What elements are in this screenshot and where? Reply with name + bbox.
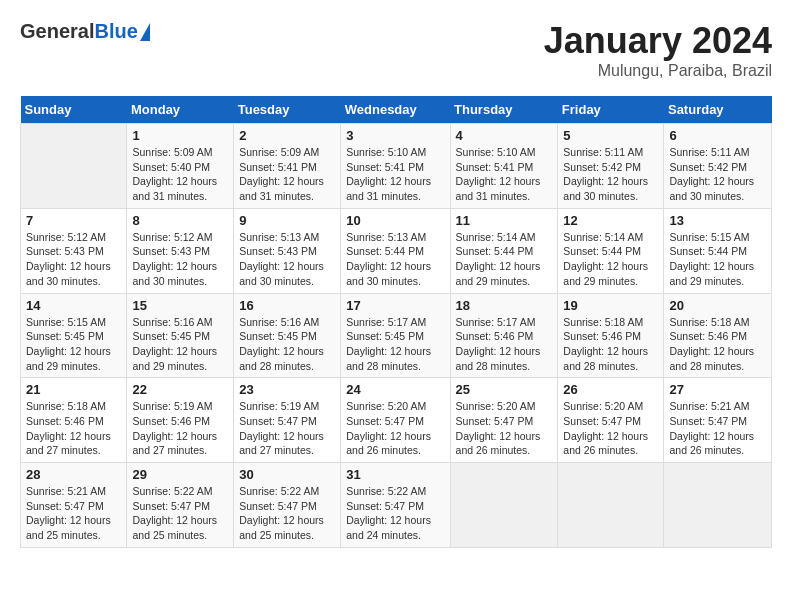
day-number: 11 xyxy=(456,213,553,228)
calendar-cell: 30Sunrise: 5:22 AMSunset: 5:47 PMDayligh… xyxy=(234,463,341,548)
calendar-cell: 21Sunrise: 5:18 AMSunset: 5:46 PMDayligh… xyxy=(21,378,127,463)
day-info: Sunrise: 5:12 AMSunset: 5:43 PMDaylight:… xyxy=(132,230,228,289)
day-info: Sunrise: 5:22 AMSunset: 5:47 PMDaylight:… xyxy=(239,484,335,543)
day-number: 9 xyxy=(239,213,335,228)
header-cell-thursday: Thursday xyxy=(450,96,558,124)
day-number: 22 xyxy=(132,382,228,397)
header-cell-wednesday: Wednesday xyxy=(341,96,450,124)
calendar-cell: 27Sunrise: 5:21 AMSunset: 5:47 PMDayligh… xyxy=(664,378,772,463)
day-info: Sunrise: 5:14 AMSunset: 5:44 PMDaylight:… xyxy=(563,230,658,289)
day-info: Sunrise: 5:18 AMSunset: 5:46 PMDaylight:… xyxy=(563,315,658,374)
calendar-cell: 23Sunrise: 5:19 AMSunset: 5:47 PMDayligh… xyxy=(234,378,341,463)
day-number: 27 xyxy=(669,382,766,397)
calendar-cell xyxy=(450,463,558,548)
calendar-cell: 20Sunrise: 5:18 AMSunset: 5:46 PMDayligh… xyxy=(664,293,772,378)
calendar-cell: 10Sunrise: 5:13 AMSunset: 5:44 PMDayligh… xyxy=(341,208,450,293)
day-info: Sunrise: 5:13 AMSunset: 5:43 PMDaylight:… xyxy=(239,230,335,289)
day-number: 16 xyxy=(239,298,335,313)
day-info: Sunrise: 5:11 AMSunset: 5:42 PMDaylight:… xyxy=(563,145,658,204)
day-info: Sunrise: 5:20 AMSunset: 5:47 PMDaylight:… xyxy=(456,399,553,458)
day-info: Sunrise: 5:12 AMSunset: 5:43 PMDaylight:… xyxy=(26,230,121,289)
day-info: Sunrise: 5:10 AMSunset: 5:41 PMDaylight:… xyxy=(456,145,553,204)
header-cell-friday: Friday xyxy=(558,96,664,124)
calendar-cell: 2Sunrise: 5:09 AMSunset: 5:41 PMDaylight… xyxy=(234,124,341,209)
month-title: January 2024 xyxy=(544,20,772,62)
day-info: Sunrise: 5:15 AMSunset: 5:45 PMDaylight:… xyxy=(26,315,121,374)
calendar-cell: 18Sunrise: 5:17 AMSunset: 5:46 PMDayligh… xyxy=(450,293,558,378)
title-section: January 2024 Mulungu, Paraiba, Brazil xyxy=(544,20,772,80)
week-row-5: 28Sunrise: 5:21 AMSunset: 5:47 PMDayligh… xyxy=(21,463,772,548)
calendar-cell: 22Sunrise: 5:19 AMSunset: 5:46 PMDayligh… xyxy=(127,378,234,463)
day-number: 1 xyxy=(132,128,228,143)
calendar-cell xyxy=(664,463,772,548)
week-row-1: 1Sunrise: 5:09 AMSunset: 5:40 PMDaylight… xyxy=(21,124,772,209)
week-row-3: 14Sunrise: 5:15 AMSunset: 5:45 PMDayligh… xyxy=(21,293,772,378)
week-row-2: 7Sunrise: 5:12 AMSunset: 5:43 PMDaylight… xyxy=(21,208,772,293)
day-info: Sunrise: 5:22 AMSunset: 5:47 PMDaylight:… xyxy=(346,484,444,543)
logo-triangle-icon xyxy=(140,23,150,41)
calendar-cell: 11Sunrise: 5:14 AMSunset: 5:44 PMDayligh… xyxy=(450,208,558,293)
calendar-cell: 28Sunrise: 5:21 AMSunset: 5:47 PMDayligh… xyxy=(21,463,127,548)
day-number: 23 xyxy=(239,382,335,397)
day-number: 14 xyxy=(26,298,121,313)
day-info: Sunrise: 5:20 AMSunset: 5:47 PMDaylight:… xyxy=(563,399,658,458)
logo-general-text: General xyxy=(20,20,94,43)
day-info: Sunrise: 5:16 AMSunset: 5:45 PMDaylight:… xyxy=(132,315,228,374)
calendar-cell xyxy=(21,124,127,209)
day-info: Sunrise: 5:09 AMSunset: 5:41 PMDaylight:… xyxy=(239,145,335,204)
day-info: Sunrise: 5:14 AMSunset: 5:44 PMDaylight:… xyxy=(456,230,553,289)
day-number: 31 xyxy=(346,467,444,482)
day-number: 7 xyxy=(26,213,121,228)
calendar-cell: 14Sunrise: 5:15 AMSunset: 5:45 PMDayligh… xyxy=(21,293,127,378)
calendar-cell: 29Sunrise: 5:22 AMSunset: 5:47 PMDayligh… xyxy=(127,463,234,548)
day-info: Sunrise: 5:20 AMSunset: 5:47 PMDaylight:… xyxy=(346,399,444,458)
day-number: 10 xyxy=(346,213,444,228)
day-number: 30 xyxy=(239,467,335,482)
day-number: 8 xyxy=(132,213,228,228)
calendar-cell: 26Sunrise: 5:20 AMSunset: 5:47 PMDayligh… xyxy=(558,378,664,463)
day-number: 18 xyxy=(456,298,553,313)
day-number: 3 xyxy=(346,128,444,143)
day-number: 21 xyxy=(26,382,121,397)
day-number: 26 xyxy=(563,382,658,397)
day-info: Sunrise: 5:11 AMSunset: 5:42 PMDaylight:… xyxy=(669,145,766,204)
day-number: 2 xyxy=(239,128,335,143)
day-info: Sunrise: 5:19 AMSunset: 5:46 PMDaylight:… xyxy=(132,399,228,458)
calendar-cell: 9Sunrise: 5:13 AMSunset: 5:43 PMDaylight… xyxy=(234,208,341,293)
calendar-cell: 13Sunrise: 5:15 AMSunset: 5:44 PMDayligh… xyxy=(664,208,772,293)
location-label: Mulungu, Paraiba, Brazil xyxy=(544,62,772,80)
day-number: 15 xyxy=(132,298,228,313)
day-info: Sunrise: 5:21 AMSunset: 5:47 PMDaylight:… xyxy=(669,399,766,458)
day-info: Sunrise: 5:13 AMSunset: 5:44 PMDaylight:… xyxy=(346,230,444,289)
day-info: Sunrise: 5:21 AMSunset: 5:47 PMDaylight:… xyxy=(26,484,121,543)
day-number: 4 xyxy=(456,128,553,143)
header-cell-saturday: Saturday xyxy=(664,96,772,124)
day-info: Sunrise: 5:19 AMSunset: 5:47 PMDaylight:… xyxy=(239,399,335,458)
header-cell-sunday: Sunday xyxy=(21,96,127,124)
header-cell-tuesday: Tuesday xyxy=(234,96,341,124)
calendar-cell: 4Sunrise: 5:10 AMSunset: 5:41 PMDaylight… xyxy=(450,124,558,209)
calendar-cell xyxy=(558,463,664,548)
day-number: 25 xyxy=(456,382,553,397)
calendar-cell: 12Sunrise: 5:14 AMSunset: 5:44 PMDayligh… xyxy=(558,208,664,293)
day-number: 5 xyxy=(563,128,658,143)
day-number: 19 xyxy=(563,298,658,313)
page-header: GeneralBlue January 2024 Mulungu, Paraib… xyxy=(20,20,772,80)
calendar-cell: 3Sunrise: 5:10 AMSunset: 5:41 PMDaylight… xyxy=(341,124,450,209)
calendar-cell: 7Sunrise: 5:12 AMSunset: 5:43 PMDaylight… xyxy=(21,208,127,293)
day-info: Sunrise: 5:22 AMSunset: 5:47 PMDaylight:… xyxy=(132,484,228,543)
day-info: Sunrise: 5:09 AMSunset: 5:40 PMDaylight:… xyxy=(132,145,228,204)
day-info: Sunrise: 5:10 AMSunset: 5:41 PMDaylight:… xyxy=(346,145,444,204)
logo-blue-text: Blue xyxy=(94,20,137,43)
logo: GeneralBlue xyxy=(20,20,150,43)
calendar-cell: 6Sunrise: 5:11 AMSunset: 5:42 PMDaylight… xyxy=(664,124,772,209)
day-info: Sunrise: 5:16 AMSunset: 5:45 PMDaylight:… xyxy=(239,315,335,374)
day-number: 29 xyxy=(132,467,228,482)
day-info: Sunrise: 5:17 AMSunset: 5:46 PMDaylight:… xyxy=(456,315,553,374)
calendar-cell: 17Sunrise: 5:17 AMSunset: 5:45 PMDayligh… xyxy=(341,293,450,378)
day-number: 17 xyxy=(346,298,444,313)
calendar-cell: 31Sunrise: 5:22 AMSunset: 5:47 PMDayligh… xyxy=(341,463,450,548)
day-info: Sunrise: 5:18 AMSunset: 5:46 PMDaylight:… xyxy=(26,399,121,458)
calendar-cell: 5Sunrise: 5:11 AMSunset: 5:42 PMDaylight… xyxy=(558,124,664,209)
day-number: 13 xyxy=(669,213,766,228)
